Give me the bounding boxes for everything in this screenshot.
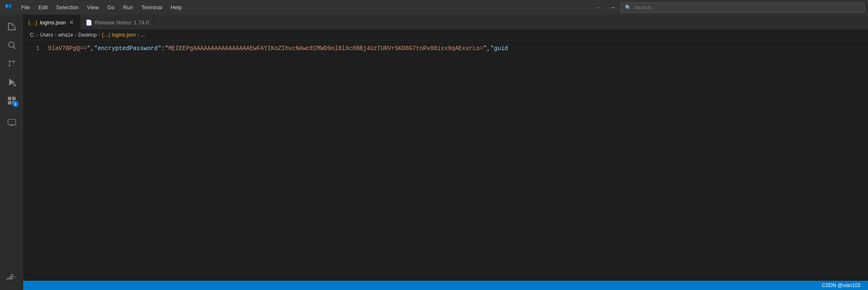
svg-point-1 — [8, 42, 14, 48]
breadcrumb-username[interactable]: wha1e — [58, 32, 73, 38]
code-key-1: encryptedPassword — [98, 44, 158, 53]
source-control-icon[interactable] — [3, 55, 20, 72]
breadcrumb: C: › Users › wha1e › Desktop › {…} login… — [23, 29, 868, 40]
code-punct-3: "," — [483, 44, 494, 53]
tab-release-notes[interactable]: 📄 Release Notes: 1.74.0 — [80, 15, 155, 29]
run-debug-icon[interactable] — [3, 74, 20, 90]
docker-icon[interactable] — [3, 270, 20, 287]
svg-rect-10 — [12, 97, 15, 100]
svg-rect-19 — [11, 274, 13, 275]
svg-rect-17 — [9, 276, 11, 277]
line-number-1: 1 — [23, 44, 40, 53]
code-content[interactable]: 9laV7BPgQ==","encryptedPassword":"MEIEEP… — [46, 40, 868, 281]
code-key-2: guid — [494, 44, 508, 53]
explorer-icon[interactable] — [3, 18, 20, 35]
tabs-bar: {…} logins.json ✕ 📄 Release Notes: 1.74.… — [23, 15, 868, 29]
svg-point-5 — [13, 61, 15, 62]
svg-rect-16 — [11, 278, 13, 279]
breadcrumb-ellipsis[interactable]: ... — [141, 32, 145, 38]
svg-rect-18 — [11, 276, 13, 277]
breadcrumb-sep-4: › — [99, 32, 100, 38]
breadcrumb-sep-2: › — [55, 32, 56, 38]
code-value-1: 9laV7BPgQ== — [48, 44, 87, 53]
nav-back-icon[interactable]: ← — [593, 3, 605, 12]
menu-edit[interactable]: Edit — [35, 3, 51, 12]
extensions-icon[interactable]: 1 — [3, 92, 20, 109]
breadcrumb-sep-1: › — [37, 32, 38, 38]
breadcrumb-sep-3: › — [75, 32, 77, 38]
code-value-2: MEIEEPgAAAAAAAAAAAAAAAAEwFAYIKoZIhvcNAwc… — [168, 44, 483, 53]
search-sidebar-icon[interactable] — [3, 37, 20, 53]
menu-bar: File Edit Selection View Go Run Terminal… — [0, 0, 868, 15]
code-area: 1 9laV7BPgQ==","encryptedPassword":"MEIE… — [23, 40, 868, 281]
nav-arrows: ← → — [593, 3, 619, 12]
menu-go[interactable]: Go — [104, 3, 118, 12]
svg-rect-15 — [9, 278, 11, 279]
vscode-logo-icon — [3, 3, 13, 12]
svg-rect-13 — [8, 120, 15, 125]
search-bar[interactable]: 🔍 — [620, 3, 865, 13]
line-numbers: 1 — [23, 40, 46, 281]
breadcrumb-drive[interactable]: C: — [30, 32, 35, 38]
code-punct-2: ":" — [158, 44, 168, 53]
main-layout: 1 {…} logins. — [0, 15, 868, 290]
menu-run[interactable]: Run — [120, 3, 136, 12]
tab-logins-json-label: logins.json — [40, 19, 66, 26]
svg-rect-9 — [8, 97, 11, 100]
activity-bar: 1 — [0, 15, 23, 290]
tab-close-logins-json[interactable]: ✕ — [68, 19, 75, 26]
tab-logins-json[interactable]: {…} logins.json ✕ — [23, 15, 80, 29]
remote-explorer-icon[interactable] — [3, 114, 20, 131]
search-icon: 🔍 — [625, 5, 631, 11]
menu-terminal[interactable]: Terminal — [138, 3, 166, 12]
svg-point-20 — [6, 279, 8, 280]
status-bar: CSDN @vian103 — [23, 281, 868, 290]
menu-file[interactable]: File — [18, 3, 33, 12]
menu-view[interactable]: View — [84, 3, 102, 12]
code-line-1: 9laV7BPgQ==","encryptedPassword":"MEIEEP… — [48, 44, 868, 53]
menu-selection[interactable]: Selection — [53, 3, 82, 12]
menu-help[interactable]: Help — [167, 3, 185, 12]
breadcrumb-filename[interactable]: logins.json — [112, 32, 136, 38]
svg-rect-11 — [8, 101, 11, 104]
breadcrumb-desktop[interactable]: Desktop — [78, 32, 97, 38]
svg-rect-0 — [8, 23, 11, 24]
breadcrumb-sep-5: › — [137, 32, 139, 38]
extensions-badge: 1 — [13, 101, 19, 107]
svg-line-2 — [13, 47, 16, 49]
tab-release-notes-label: Release Notes: 1.74.0 — [95, 19, 149, 26]
breadcrumb-json-icon: {…} — [102, 32, 110, 38]
svg-point-3 — [8, 61, 10, 62]
svg-point-4 — [8, 65, 10, 67]
code-punct-1: "," — [87, 44, 97, 53]
status-csdn: CSDN @vian103 — [818, 282, 864, 288]
search-input[interactable] — [634, 4, 860, 11]
editor-area: {…} logins.json ✕ 📄 Release Notes: 1.74.… — [23, 15, 868, 290]
notes-file-icon: 📄 — [85, 19, 92, 26]
json-file-icon: {…} — [28, 19, 37, 26]
nav-forward-icon[interactable]: → — [607, 3, 619, 12]
breadcrumb-users[interactable]: Users — [40, 32, 53, 38]
